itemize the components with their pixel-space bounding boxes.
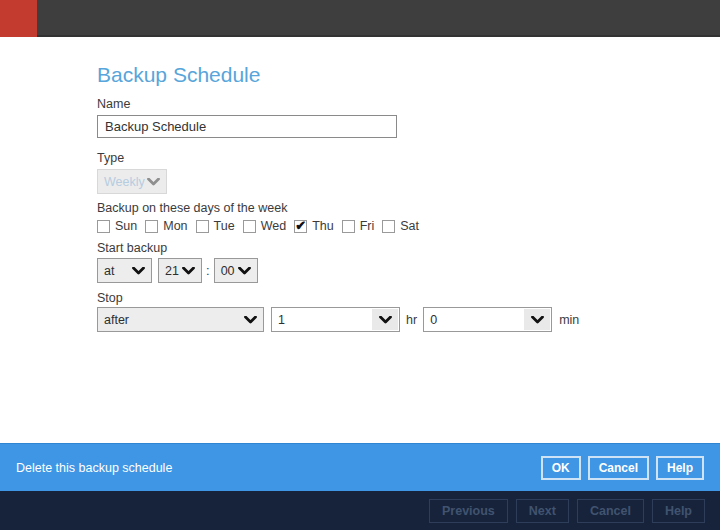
sat-checkbox[interactable]: [382, 220, 395, 233]
cancel-button[interactable]: Cancel: [588, 456, 649, 480]
type-select: Weekly: [97, 169, 167, 194]
chevron-down-icon: [182, 267, 195, 275]
day-item-sat[interactable]: Sat: [382, 219, 419, 233]
wed-checkbox[interactable]: [243, 220, 256, 233]
dialog-content: Backup Schedule Name Type Weekly Backup …: [0, 37, 720, 332]
mon-checkbox[interactable]: [145, 220, 158, 233]
day-label: Fri: [360, 219, 375, 233]
thu-checkbox[interactable]: [294, 220, 307, 233]
stop-minutes-select[interactable]: 0: [423, 307, 552, 332]
day-label: Tue: [214, 219, 235, 233]
start-minute-value: 00: [221, 264, 235, 278]
start-minute-select[interactable]: 00: [214, 258, 258, 283]
wizard-footer: Previous Next Cancel Help: [0, 491, 720, 530]
type-label: Type: [97, 151, 720, 165]
min-unit-label: min: [559, 313, 579, 327]
backup-schedule-window: Backup Schedule Name Type Weekly Backup …: [0, 0, 720, 530]
hr-unit-label: hr: [406, 313, 417, 327]
day-label: Sat: [400, 219, 419, 233]
day-item-thu[interactable]: Thu: [294, 219, 334, 233]
days-label: Backup on these days of the week: [97, 201, 720, 215]
chevron-down-icon: [132, 267, 145, 275]
chevron-down-icon: [238, 267, 251, 275]
stop-mode-select[interactable]: after: [97, 307, 264, 332]
previous-button: Previous: [429, 499, 508, 523]
chevron-down-icon: [372, 309, 398, 330]
title-bar: [0, 0, 720, 37]
day-label: Mon: [163, 219, 187, 233]
fri-checkbox[interactable]: [342, 220, 355, 233]
next-button: Next: [516, 499, 569, 523]
day-item-tue[interactable]: Tue: [196, 219, 235, 233]
day-checkbox-row: Sun Mon Tue Wed Thu Fri: [97, 219, 720, 233]
start-hour-select[interactable]: 21: [158, 258, 202, 283]
start-mode-value: at: [104, 264, 114, 278]
day-item-sun[interactable]: Sun: [97, 219, 137, 233]
action-bar: Delete this backup schedule OK Cancel He…: [0, 443, 720, 491]
chevron-down-icon: [524, 309, 550, 330]
day-item-mon[interactable]: Mon: [145, 219, 187, 233]
stop-mode-value: after: [104, 313, 129, 327]
day-item-wed[interactable]: Wed: [243, 219, 286, 233]
page-title: Backup Schedule: [97, 37, 720, 88]
delete-schedule-link[interactable]: Delete this backup schedule: [16, 461, 172, 475]
type-select-value: Weekly: [104, 175, 145, 189]
start-hour-value: 21: [165, 264, 179, 278]
start-backup-label: Start backup: [97, 241, 720, 255]
stop-minutes-value: 0: [430, 313, 437, 327]
tue-checkbox[interactable]: [196, 220, 209, 233]
start-mode-select[interactable]: at: [97, 258, 152, 283]
help-button[interactable]: Help: [656, 456, 704, 480]
footer-cancel-button: Cancel: [577, 499, 644, 523]
name-label: Name: [97, 97, 720, 111]
chevron-down-icon: [244, 316, 257, 324]
day-label: Sun: [115, 219, 137, 233]
stop-label: Stop: [97, 291, 720, 305]
sun-checkbox[interactable]: [97, 220, 110, 233]
footer-help-button: Help: [652, 499, 705, 523]
ok-button[interactable]: OK: [541, 456, 581, 480]
day-label: Thu: [312, 219, 334, 233]
chevron-down-icon: [147, 178, 160, 186]
day-item-fri[interactable]: Fri: [342, 219, 375, 233]
stop-hours-select[interactable]: 1: [271, 307, 400, 332]
day-label: Wed: [261, 219, 286, 233]
name-input[interactable]: [97, 115, 397, 138]
brand-logo: [0, 0, 37, 37]
time-colon: :: [206, 263, 210, 278]
stop-hours-value: 1: [278, 313, 285, 327]
